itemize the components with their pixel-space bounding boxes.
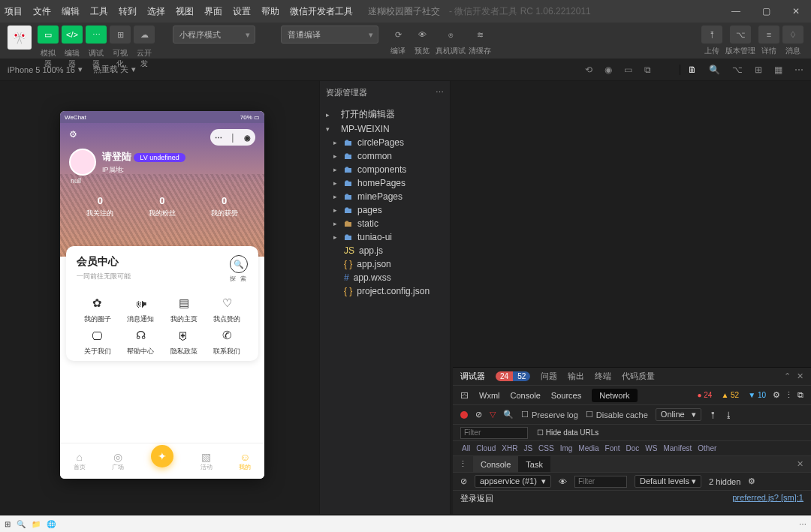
device-select[interactable]: iPhone 5 100% 16 ▾ <box>8 65 83 74</box>
tree-components[interactable]: ▸🖿components <box>320 163 450 176</box>
gear-icon[interactable]: ⚙ <box>748 476 755 486</box>
menu-转到[interactable]: 转到 <box>119 5 137 18</box>
dock-icon[interactable]: ⧉ <box>797 390 803 400</box>
tab-首页[interactable]: ⌂首页 <box>74 451 86 471</box>
drawer-toggle-icon[interactable]: ⋮ <box>453 459 473 469</box>
tab-quality[interactable]: 代码质量 <box>622 371 655 382</box>
tab-广场[interactable]: ◎广场 <box>112 451 124 471</box>
stop-icon[interactable]: ⊘ <box>475 410 482 419</box>
compile-dropdown[interactable]: 普通编译 <box>281 26 378 44</box>
net-type-Media[interactable]: Media <box>578 444 598 452</box>
tree-app.js[interactable]: JSapp.js <box>320 244 450 257</box>
ext1-icon[interactable]: ⊞ <box>755 65 762 75</box>
eye-icon[interactable]: 👁 <box>559 477 567 486</box>
net-type-Font[interactable]: Font <box>605 444 620 452</box>
net-type-CSS[interactable]: CSS <box>538 444 554 452</box>
menu-界面[interactable]: 界面 <box>204 5 222 18</box>
upload-icon[interactable]: ⭱ <box>709 410 717 419</box>
tree-circlePages[interactable]: ▸🖿circlePages <box>320 136 450 149</box>
download-icon[interactable]: ⭳ <box>725 410 733 419</box>
right-版本管理[interactable]: ⌥ <box>730 26 751 44</box>
record-icon[interactable]: ◉ <box>604 65 612 75</box>
log-source[interactable]: preferred.js? [sm]:1 <box>732 493 803 504</box>
close-button[interactable]: ✕ <box>785 6 806 17</box>
menu-工具[interactable]: 工具 <box>90 5 108 18</box>
search-tab-icon[interactable]: 🔍 <box>709 65 720 75</box>
right-详情[interactable]: ≡ <box>758 26 779 44</box>
net-type-Img[interactable]: Img <box>560 444 573 452</box>
refresh-icon[interactable]: ⟲ <box>585 65 592 75</box>
stat-我的获赞[interactable]: 0我的获赞 <box>211 195 238 218</box>
visual-button[interactable]: ⊞ <box>110 26 131 44</box>
search-icon[interactable]: 🔍 <box>503 410 514 419</box>
menu-视图[interactable]: 视图 <box>176 5 194 18</box>
disable-cache-checkbox[interactable]: ☐Disable cache <box>586 410 648 419</box>
hot-reload-toggle[interactable]: 热重载 关 ▾ <box>93 64 136 75</box>
debugger-button[interactable]: ⋯ <box>86 26 107 44</box>
tree-tuniao-ui[interactable]: ▸🖿tuniao-ui <box>320 230 450 244</box>
device-frame-icon[interactable]: ▭ <box>624 65 632 75</box>
tree-static[interactable]: ▸🖿static <box>320 217 450 230</box>
tree-pages[interactable]: ▸🖿pages <box>320 203 450 217</box>
simulator-button[interactable]: ▭ <box>38 26 59 44</box>
grid-我点赞的[interactable]: ♡我点赞的 <box>207 295 249 324</box>
center-清缓存[interactable]: ≋ <box>469 26 490 44</box>
tree-project.config.json[interactable]: { }project.config.json <box>320 284 450 298</box>
explore-button[interactable]: 🔍 探 索 <box>230 255 248 283</box>
center-预览[interactable]: 👁 <box>412 26 433 44</box>
warn-count[interactable]: ▲ 52 <box>719 391 741 399</box>
tree-MP-WEIXIN[interactable]: ▾MP-WEIXIN <box>320 122 450 136</box>
tree-minePages[interactable]: ▸🖿minePages <box>320 190 450 203</box>
tree-common[interactable]: ▸🖿common <box>320 149 450 163</box>
log-level-dropdown[interactable]: Default levels ▾ <box>635 475 701 488</box>
grid-联系我们[interactable]: ✆联系我们 <box>207 327 249 356</box>
panel-up-icon[interactable]: ⌃ <box>784 371 791 381</box>
preserve-log-checkbox[interactable]: ☐Preserve log <box>521 410 578 419</box>
net-type-XHR[interactable]: XHR <box>502 444 517 452</box>
grid-隐私政策[interactable]: ⛨隐私政策 <box>163 327 205 356</box>
explorer-more-icon[interactable]: ⋯ <box>436 88 444 98</box>
record-icon[interactable] <box>460 411 468 419</box>
tree-app.json[interactable]: { }app.json <box>320 257 450 271</box>
grid-我的主页[interactable]: ▤我的主页 <box>163 295 205 324</box>
error-count[interactable]: ● 24 <box>695 391 714 399</box>
menu-项目[interactable]: 项目 <box>5 5 23 18</box>
menu-文件[interactable]: 文件 <box>33 5 51 18</box>
tab-problems[interactable]: 问题 <box>541 371 557 382</box>
tab-发布[interactable]: ✦发布 <box>151 445 173 467</box>
login-label[interactable]: 请登陆 <box>102 151 131 162</box>
tab-我的[interactable]: ☺我的 <box>239 451 251 471</box>
net-type-JS[interactable]: JS <box>523 444 532 452</box>
menu-选择[interactable]: 选择 <box>147 5 165 18</box>
filter-icon[interactable]: ▽ <box>490 410 496 419</box>
editor-button[interactable]: </> <box>62 26 83 44</box>
tree-app.wxss[interactable]: #app.wxss <box>320 271 450 284</box>
inner-tab-network[interactable]: Network <box>592 389 637 402</box>
center-编译[interactable]: ⟳ <box>387 26 409 44</box>
throttle-dropdown[interactable]: Online ▾ <box>656 408 701 421</box>
settings-icon[interactable]: ⚙ <box>69 129 83 143</box>
drawer-close-icon[interactable]: ✕ <box>789 459 811 469</box>
net-type-Manifest[interactable]: Manifest <box>663 444 692 452</box>
net-type-WS[interactable]: WS <box>645 444 657 452</box>
tab-terminal[interactable]: 终端 <box>595 371 611 382</box>
minimize-button[interactable]: — <box>725 6 746 17</box>
network-filter-input[interactable] <box>460 427 528 439</box>
tab-output[interactable]: 输出 <box>568 371 584 382</box>
net-type-All[interactable]: All <box>462 444 470 452</box>
menu-设置[interactable]: 设置 <box>233 5 251 18</box>
net-type-Doc[interactable]: Doc <box>626 444 640 452</box>
capsule-button[interactable]: ⋯│◉ <box>210 129 255 146</box>
menu-微信开发者工具[interactable]: 微信开发者工具 <box>290 5 353 18</box>
net-type-Other[interactable]: Other <box>698 444 716 452</box>
grid-我的圈子[interactable]: ✿我的圈子 <box>77 295 119 324</box>
grid-关于我们[interactable]: 🖵关于我们 <box>77 327 119 356</box>
hide-data-urls-checkbox[interactable]: ☐ Hide data URLs <box>537 428 598 437</box>
os-start[interactable]: ⊞ <box>5 520 11 528</box>
tab-debugger[interactable]: 调试器 <box>460 371 485 382</box>
ext3-icon[interactable]: ⋯ <box>794 65 803 75</box>
inner-tab-wxml[interactable]: Wxml <box>479 391 500 400</box>
avatar[interactable] <box>69 149 96 176</box>
panel-close-icon[interactable]: ✕ <box>797 371 803 381</box>
context-dropdown[interactable]: appservice (#1) ▾ <box>475 475 551 488</box>
